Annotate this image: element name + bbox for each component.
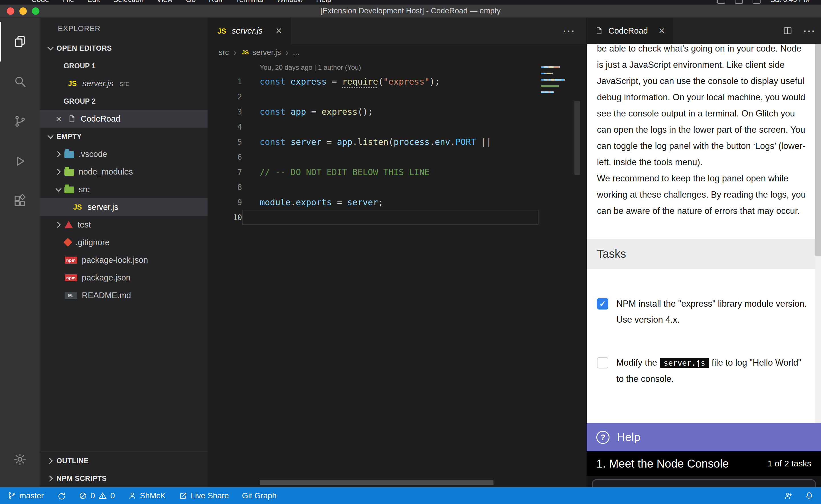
close-window-button[interactable] [7, 7, 14, 15]
section-label: NPM SCRIPTS [56, 474, 107, 483]
code-line-9[interactable]: 9module.exports = server; [208, 195, 586, 210]
open-editor-label: server.js [82, 79, 113, 88]
minimap-line [541, 76, 565, 77]
status-label: Git Graph [242, 491, 277, 500]
coderoad-more-actions-icon[interactable]: ⋯ [803, 24, 815, 38]
sync-status[interactable] [57, 491, 66, 500]
code-line-1[interactable]: 1const express = require("express"); [208, 74, 586, 89]
menu-edit[interactable]: Edit [87, 0, 100, 5]
breadcrumb: src›JSserver.js›... [208, 44, 586, 61]
paragraph: We recommend to keep the log panel open … [597, 170, 810, 219]
activity-bar-bottom [0, 439, 40, 487]
menu-window[interactable]: Window [277, 0, 303, 5]
menu-run[interactable]: Run [209, 0, 223, 5]
editor-more-actions-icon[interactable]: ⋯ [562, 24, 575, 38]
codelens-annotation[interactable]: You, 20 days ago | 1 author (You) [208, 61, 586, 74]
breadcrumb-label: ... [293, 48, 300, 57]
menubar-items: CodeFileEditSelectionViewGoRunTerminalWi… [31, 0, 331, 5]
task-checkbox[interactable]: ✓ [597, 298, 608, 310]
menu-code[interactable]: Code [31, 0, 49, 5]
breadcrumb-item--[interactable]: ... [293, 48, 300, 57]
chevron-down-icon [56, 186, 62, 192]
git-branch-status[interactable]: master [7, 491, 44, 500]
open-editor-item-server-js[interactable]: JSserver.jssrc [40, 75, 208, 92]
js-file-icon: JS [67, 79, 78, 88]
breadcrumb-item-server-js[interactable]: JSserver.js [241, 48, 281, 57]
split-editor-icon[interactable] [783, 26, 793, 36]
task-item-1: ✓NPM install the "express" library modul… [597, 296, 810, 328]
git-graph-status[interactable]: Git Graph [242, 491, 277, 500]
tree-item-label: package.json [82, 273, 130, 282]
level-progress: 1 of 2 tasks [768, 459, 811, 468]
status-label: 0 [110, 491, 115, 500]
run-debug-icon[interactable] [0, 141, 40, 181]
source-control-icon[interactable] [0, 101, 40, 141]
tree-item--vscode[interactable]: .vscode [40, 145, 208, 163]
search-icon[interactable] [0, 62, 40, 101]
folder-icon-node [64, 169, 74, 176]
tree-item-test[interactable]: test [40, 216, 208, 233]
minimap[interactable] [539, 63, 567, 487]
close-tab-icon[interactable]: × [276, 25, 282, 37]
menu-selection[interactable]: Selection [113, 0, 144, 5]
editor-vertical-scrollbar[interactable] [574, 101, 580, 175]
open-editor-detail: src [120, 79, 129, 88]
breadcrumb-item-src[interactable]: src [219, 48, 229, 57]
tree-item-package-lock-json[interactable]: npmpackage-lock.json [40, 251, 208, 269]
workspace-section-header[interactable]: EMPTY [40, 128, 208, 145]
menu-go[interactable]: Go [186, 0, 196, 5]
menu-help[interactable]: Help [316, 0, 331, 5]
author-status[interactable]: ShMcK [128, 491, 165, 500]
open-editors-header[interactable]: OPEN EDITORS [40, 39, 208, 57]
tree-item--gitignore[interactable]: .gitignore [40, 233, 208, 251]
open-editor-item-coderoad[interactable]: ×CodeRoad [40, 110, 208, 128]
coderoad-scrollbar-thumb[interactable] [815, 44, 821, 256]
section-npm-scripts[interactable]: NPM SCRIPTS [40, 470, 208, 487]
explorer-icon[interactable] [0, 22, 40, 62]
live-share-status[interactable]: Live Share [179, 491, 229, 500]
code-line-6[interactable]: 6 [208, 149, 586, 165]
status-label: master [19, 491, 44, 500]
code-line-10[interactable]: 10 [208, 210, 586, 225]
tree-item-label: .gitignore [75, 238, 109, 247]
menu-file[interactable]: File [62, 0, 74, 5]
tree-item-readme-md[interactable]: M↓README.md [40, 286, 208, 304]
notifications-status[interactable] [805, 491, 814, 500]
code-line-8[interactable]: 8 [208, 180, 586, 195]
minimize-window-button[interactable] [19, 7, 27, 15]
coderoad-scroll-area[interactable]: be able to check what's going on in your… [587, 44, 821, 423]
code-line-4[interactable]: 4 [208, 119, 586, 134]
help-section-header[interactable]: ? Help [587, 423, 821, 451]
breadcrumb-separator: › [234, 48, 236, 57]
code-line-7[interactable]: 7// -- DO NOT EDIT BELOW THIS LINE [208, 165, 586, 180]
extensions-icon[interactable] [0, 181, 40, 221]
editor-tab-server-js[interactable]: JS server.js × [208, 18, 291, 44]
task-checkbox[interactable] [597, 357, 608, 368]
settings-gear-icon[interactable] [0, 439, 40, 479]
sync-icon [57, 491, 66, 500]
menubar-status-area: Sat 6:45 PM [717, 0, 810, 5]
close-editor-icon[interactable]: × [54, 113, 63, 124]
tree-item-server-js[interactable]: JSserver.js [40, 198, 208, 216]
tree-item-node-modules[interactable]: node_modules [40, 163, 208, 181]
editor-horizontal-scrollbar[interactable] [260, 480, 493, 485]
statusbar-right [784, 491, 814, 500]
code-line-3[interactable]: 3const app = express(); [208, 104, 586, 119]
zoom-window-button[interactable] [32, 7, 39, 15]
warning-icon [98, 491, 107, 500]
code-line-5[interactable]: 5const server = app.listen(process.env.P… [208, 134, 586, 149]
accounts-status[interactable] [784, 491, 793, 500]
code-line-2[interactable]: 2 [208, 89, 586, 104]
coderoad-tab[interactable]: CodeRoad × [587, 18, 673, 44]
coderoad-scrollbar[interactable] [815, 44, 821, 423]
menu-terminal[interactable]: Terminal [236, 0, 264, 5]
close-coderoad-tab-icon[interactable]: × [659, 25, 665, 37]
continue-button-partial[interactable] [592, 479, 816, 487]
tree-item-src[interactable]: src [40, 181, 208, 198]
menu-view[interactable]: View [157, 0, 173, 5]
tree-item-package-json[interactable]: npmpackage.json [40, 269, 208, 286]
menubar-status-icon [717, 0, 725, 4]
section-outline[interactable]: OUTLINE [40, 452, 208, 470]
problems-status[interactable]: 00 [79, 491, 115, 500]
code-editor[interactable]: You, 20 days ago | 1 author (You) 1const… [208, 61, 586, 487]
